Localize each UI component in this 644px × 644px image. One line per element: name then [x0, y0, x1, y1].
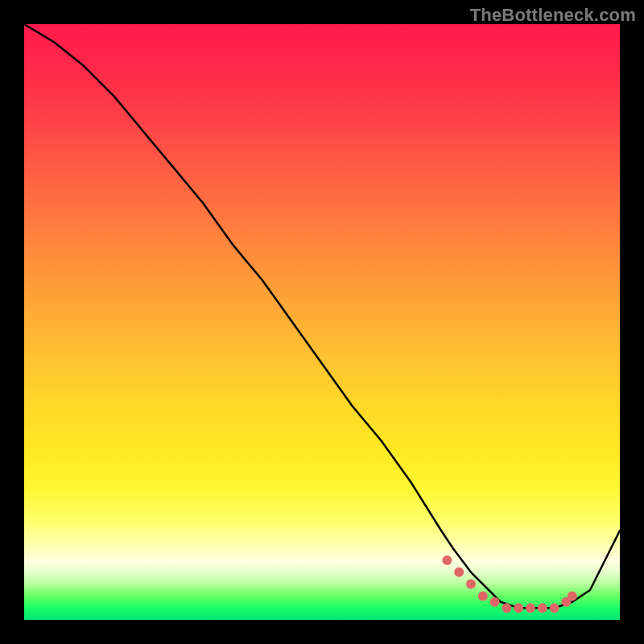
- marker-dot: [454, 568, 464, 577]
- marker-dot: [514, 603, 523, 613]
- marker-dot: [568, 591, 577, 601]
- marker-dot: [490, 597, 500, 607]
- watermark-text: TheBottleneck.com: [470, 5, 636, 26]
- marker-dot: [550, 603, 559, 613]
- marker-dot: [538, 603, 547, 613]
- marker-dot: [502, 603, 511, 613]
- chart-frame: TheBottleneck.com: [0, 0, 644, 644]
- bottleneck-curve: [24, 24, 620, 608]
- marker-dot: [478, 591, 488, 601]
- curve-svg: [24, 24, 620, 620]
- plot-area: [24, 24, 620, 620]
- marker-dot: [526, 603, 535, 613]
- marker-dot: [442, 555, 452, 565]
- marker-dot: [466, 580, 476, 589]
- highlight-markers: [442, 555, 576, 613]
